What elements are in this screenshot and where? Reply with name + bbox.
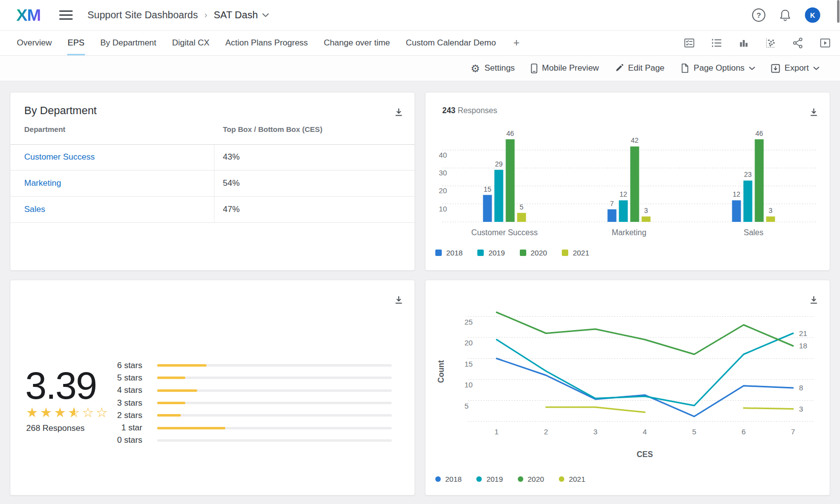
svg-text:40: 40 [439, 151, 447, 159]
tab-by-department[interactable]: By Department [100, 31, 157, 55]
bar-2018-sales[interactable] [732, 200, 741, 222]
department-link-customer-success[interactable]: Customer Success [24, 152, 95, 162]
add-page-button[interactable]: + [513, 31, 520, 55]
legend-label: 2018 [446, 249, 462, 257]
line-series-2020[interactable] [497, 312, 793, 354]
x-tick-label: 2 [544, 427, 548, 436]
chevron-down-icon [262, 13, 269, 17]
scrollbar-thumb[interactable] [837, 0, 840, 23]
tab-digital-cx[interactable]: Digital CX [171, 31, 210, 55]
hamburger-menu-icon[interactable] [59, 10, 73, 20]
department-link-sales[interactable]: Sales [24, 205, 45, 214]
topbox-value: 47% [223, 205, 240, 214]
topbox-value: 54% [223, 178, 240, 188]
bar-2020-customer-success[interactable] [506, 139, 515, 222]
legend-label: 2018 [445, 475, 462, 483]
department-link-marketing[interactable]: Marketing [24, 178, 61, 188]
legend-item-2019[interactable]: 2019 [477, 249, 504, 257]
distribution-fill [157, 389, 197, 392]
bar-2019-customer-success[interactable] [495, 170, 504, 222]
scatter-plot-view-icon[interactable] [765, 37, 777, 49]
download-icon[interactable] [394, 107, 404, 117]
ces-line-widget: 5101520251234567CESCount821183 201820192… [425, 280, 830, 496]
legend-label: 2020 [531, 249, 547, 257]
present-play-icon[interactable] [819, 37, 831, 49]
tab-eps[interactable]: EPS [67, 31, 85, 55]
legend-item-2021[interactable]: 2021 [559, 475, 585, 483]
bar-chart-view-icon[interactable] [738, 37, 750, 49]
breadcrumb-current[interactable]: SAT Dash [213, 9, 268, 21]
legend-item-2019[interactable]: 2019 [476, 475, 503, 483]
legend-marker [435, 250, 442, 256]
tab-list: OverviewEPSBy DepartmentDigital CXAction… [16, 31, 497, 55]
pencil-icon [615, 64, 624, 73]
bar-value-label: 23 [744, 170, 752, 178]
distribution-track [157, 427, 392, 429]
settings-button[interactable]: ⚙ Settings [471, 63, 515, 74]
legend-marker [562, 250, 568, 256]
x-tick-label: 3 [593, 427, 597, 436]
legend-item-2021[interactable]: 2021 [562, 249, 589, 257]
table-row: Marketing54% [10, 170, 415, 197]
bar-value-label: 29 [495, 160, 503, 168]
star-rating-icons: ★★★☆★☆☆ [26, 405, 110, 420]
distribution-label: 6 stars [109, 361, 142, 371]
breadcrumb-parent[interactable]: Support Site Dashboards [87, 9, 198, 21]
mobile-phone-icon [531, 63, 538, 74]
series-end-label-2021: 3 [799, 405, 803, 413]
edit-page-button[interactable]: Edit Page [615, 63, 665, 73]
legend-label: 2021 [569, 475, 585, 483]
bar-2021-sales[interactable] [766, 216, 775, 222]
distribution-label: 4 stars [109, 385, 142, 395]
distribution-label: 1 star [109, 423, 142, 433]
download-icon[interactable] [394, 295, 404, 305]
svg-text:20: 20 [464, 338, 473, 347]
export-icon [771, 64, 780, 73]
distribution-label: 3 stars [109, 398, 142, 408]
tab-change-over-time[interactable]: Change over time [323, 31, 390, 55]
bar-2018-marketing[interactable] [608, 210, 617, 222]
tab-custom-calendar-demo[interactable]: Custom Calendar Demo [405, 31, 496, 55]
settings-label: Settings [484, 63, 514, 73]
page-options-label: Page Options [694, 63, 745, 73]
mobile-preview-button[interactable]: Mobile Preview [531, 63, 599, 74]
xm-logo[interactable]: XM [16, 5, 41, 25]
export-label: Export [785, 63, 809, 73]
legend-item-2018[interactable]: 2018 [435, 475, 462, 483]
bar-value-label: 46 [756, 129, 763, 137]
list-view-icon[interactable] [711, 37, 722, 49]
user-avatar[interactable]: K [805, 7, 820, 23]
bar-2020-sales[interactable] [755, 139, 764, 222]
bar-2019-marketing[interactable] [619, 200, 628, 222]
x-tick-label: 1 [495, 427, 499, 436]
line-series-2021[interactable] [744, 408, 793, 409]
series-end-label-2019: 21 [799, 329, 807, 337]
legend-marker [520, 250, 526, 256]
bar-2019-sales[interactable] [744, 180, 753, 222]
share-icon[interactable] [792, 37, 804, 49]
line-series-2021[interactable] [546, 407, 645, 412]
bar-2018-customer-success[interactable] [483, 195, 492, 222]
notifications-bell-icon[interactable] [779, 9, 791, 22]
survey-checklist-icon[interactable] [683, 37, 695, 49]
x-tick-label: 4 [643, 427, 647, 436]
bar-2020-marketing[interactable] [630, 146, 639, 222]
star-distribution-row-1-star: 1 star [109, 421, 402, 434]
star-distribution: 6 stars5 stars4 stars3 stars2 stars1 sta… [109, 359, 402, 447]
svg-text:10: 10 [464, 380, 473, 389]
legend-item-2020[interactable]: 2020 [518, 475, 544, 483]
tab-action-plans-progress[interactable]: Action Plans Progress [225, 31, 308, 55]
distribution-label: 5 stars [109, 373, 142, 383]
help-icon[interactable]: ? [752, 8, 765, 22]
bar-2021-customer-success[interactable] [517, 213, 526, 222]
page-options-button[interactable]: Page Options [680, 63, 755, 73]
export-button[interactable]: Export [771, 63, 819, 73]
legend-item-2018[interactable]: 2018 [435, 249, 462, 257]
bar-2021-marketing[interactable] [642, 216, 651, 222]
legend-item-2020[interactable]: 2020 [520, 249, 547, 257]
tab-overview[interactable]: Overview [16, 31, 52, 55]
bar-value-label: 7 [610, 200, 614, 208]
edit-page-label: Edit Page [628, 63, 665, 73]
star-responses-count: 268 Responses [26, 423, 84, 433]
chevron-down-icon [813, 67, 819, 70]
